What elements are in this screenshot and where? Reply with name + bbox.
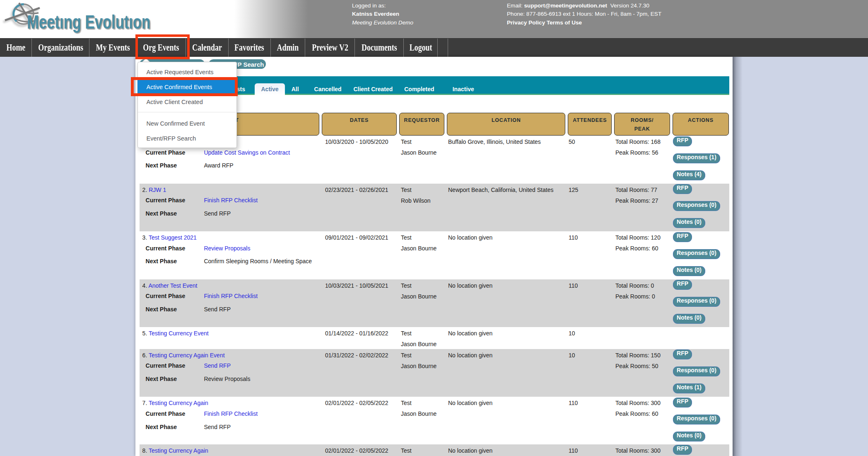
svg-text:Meetıng Evolutıon: Meetıng Evolutıon [27,11,150,33]
